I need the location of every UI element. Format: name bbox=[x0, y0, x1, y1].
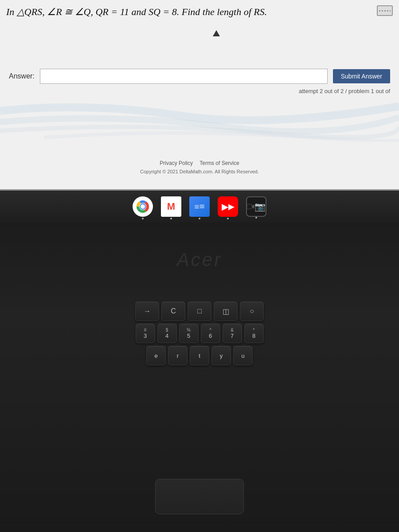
gmail-icon[interactable]: M bbox=[161, 196, 181, 217]
footer-links: Privacy Policy Terms of Service bbox=[0, 160, 399, 166]
watermark bbox=[0, 102, 399, 142]
meet-icon[interactable] bbox=[246, 196, 266, 217]
key-r[interactable]: r bbox=[168, 346, 188, 365]
youtube-play-icon: ▶ bbox=[222, 201, 228, 212]
youtube-dot bbox=[227, 218, 229, 219]
acer-logo: Acer bbox=[177, 249, 222, 270]
key-7[interactable]: & 7 bbox=[223, 324, 242, 343]
taskbar: M ≡ ▶ bbox=[0, 191, 399, 223]
key-t[interactable]: t bbox=[190, 346, 209, 365]
svg-rect-6 bbox=[247, 204, 252, 209]
privacy-policy-link[interactable]: Privacy Policy bbox=[160, 160, 193, 166]
key-5[interactable]: % 5 bbox=[179, 324, 199, 343]
svg-point-4 bbox=[141, 204, 145, 209]
attempt-text: attempt 2 out of 2 / problem 1 out of bbox=[299, 88, 390, 94]
key-arrow[interactable]: → bbox=[135, 301, 159, 321]
key-4[interactable]: $ 4 bbox=[157, 324, 177, 343]
files-icon[interactable]: ≡ bbox=[189, 196, 210, 217]
math-text: In △QRS, ∠R ≅ ∠Q, QR = 11 and SQ = 8. Fi… bbox=[6, 6, 267, 17]
gmail-dot bbox=[170, 218, 172, 219]
key-3[interactable]: # 3 bbox=[136, 324, 155, 343]
key-split[interactable]: ◫ bbox=[214, 301, 238, 321]
key-circle[interactable]: ○ bbox=[240, 301, 264, 321]
screen-area: In △QRS, ∠R ≅ ∠Q, QR = 11 and SQ = 8. Fi… bbox=[0, 0, 399, 191]
files-icon-symbol: ≡ bbox=[199, 201, 204, 212]
letter-key-row: e r t y u bbox=[4, 346, 395, 365]
answer-section: Answer: Submit Answer bbox=[9, 69, 390, 84]
answer-input[interactable] bbox=[40, 69, 328, 84]
submit-button[interactable]: Submit Answer bbox=[333, 69, 390, 83]
key-y[interactable]: y bbox=[211, 346, 231, 365]
key-6[interactable]: ^ 6 bbox=[201, 324, 220, 343]
key-square[interactable]: □ bbox=[188, 301, 211, 321]
chrome-dot bbox=[142, 218, 144, 219]
svg-marker-7 bbox=[252, 204, 254, 208]
cursor-arrow bbox=[213, 30, 220, 36]
number-key-row: # 3 $ 4 % 5 ^ 6 & 7 * 8 bbox=[4, 324, 395, 343]
meet-dot bbox=[255, 217, 257, 219]
files-dot bbox=[199, 218, 200, 219]
youtube-icon[interactable]: ▶ bbox=[218, 196, 238, 217]
key-8[interactable]: * 8 bbox=[244, 324, 264, 343]
chrome-icon[interactable] bbox=[133, 196, 153, 217]
answer-label: Answer: bbox=[9, 72, 35, 80]
copyright-text: Copyright © 2021 DeltaMath.com. All Righ… bbox=[0, 169, 399, 174]
key-e[interactable]: e bbox=[146, 346, 166, 365]
key-c[interactable]: C bbox=[161, 301, 185, 321]
key-u[interactable]: u bbox=[233, 346, 253, 365]
laptop-body: Acer → C □ ◫ ○ # 3 bbox=[0, 223, 399, 532]
special-key-row: → C □ ◫ ○ bbox=[4, 301, 395, 321]
terms-of-service-link[interactable]: Terms of Service bbox=[200, 160, 239, 166]
math-problem: In △QRS, ∠R ≅ ∠Q, QR = 11 and SQ = 8. Fi… bbox=[0, 4, 399, 19]
touchpad[interactable] bbox=[155, 479, 244, 514]
